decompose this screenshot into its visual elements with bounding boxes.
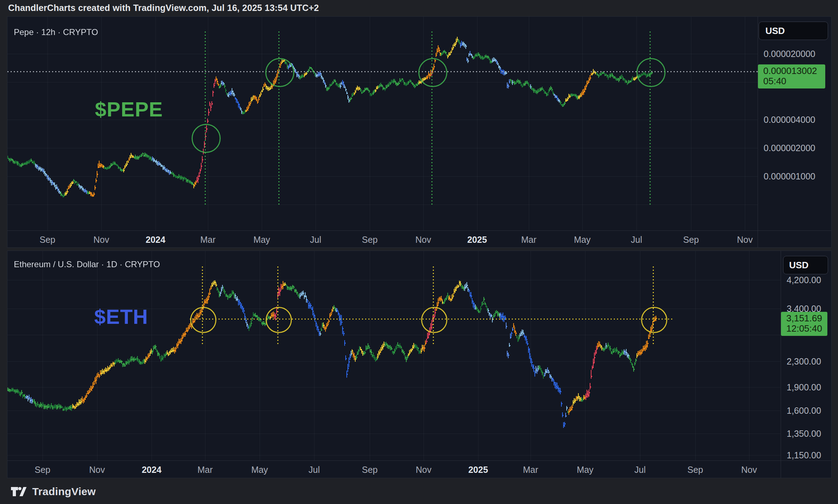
eth-event-vertical-dotted-line[interactable] [277,267,278,345]
eth-time-axis-label: Sep [35,465,50,475]
pepe-time-axis-label: May [574,235,590,245]
eth-time-axis-label: Mar [197,465,213,475]
pepe-bar-countdown: 05:40 [763,76,825,86]
pepe-ticker-label: $PEPE [95,97,163,121]
eth-bar-countdown: 12:05:40 [786,323,827,334]
eth-time-axis-label: Nov [89,465,105,475]
header-title: ChandlerCharts created with TradingView.… [8,3,319,13]
eth-breakout-circle-annotation[interactable] [190,307,216,333]
pepe-time-axis-label: Mar [200,235,215,245]
pepe-last-price-value: 0.000013002 [763,66,825,76]
eth-chart-panel: Ethereum / U.S. Dollar · 1D · CRYPTO $ET… [7,251,832,478]
eth-breakout-circle-annotation[interactable] [266,307,292,333]
tradingview-logo-icon [11,486,27,498]
pepe-price-axis-label: 0.000004000 [764,115,815,125]
eth-event-vertical-dotted-line[interactable] [433,267,434,345]
eth-time-axis-label: Jul [634,465,646,475]
pepe-time-axis-label: 2025 [467,235,487,245]
eth-symbol-title[interactable]: Ethereum / U.S. Dollar · 1D · CRYPTO [14,259,160,269]
eth-price-axis-label: 1,600.00 [787,406,821,416]
pepe-time-axis-label: Nov [415,235,431,245]
eth-price-axis-label: 1,350.00 [787,429,821,439]
eth-price-axis[interactable]: USD 3,151.69 12:05:40 4,200.003,400.002,… [781,251,832,478]
eth-breakout-circle-annotation[interactable] [641,307,667,333]
pepe-event-vertical-dotted-line[interactable] [431,31,432,205]
eth-annotations-overlay [7,251,781,460]
eth-time-axis-label: Sep [362,465,378,475]
pepe-time-axis-label: Nov [737,235,753,245]
pepe-currency-button[interactable]: USD [759,22,828,40]
pepe-chart-panel: Pepe · 12h · CRYPTO $PEPE USD 0.00001300… [7,16,832,248]
eth-last-price-badge: 3,151.69 12:05:40 [781,312,827,336]
pepe-time-axis-label: Nov [94,235,109,245]
tradingview-footer: TradingView [11,483,96,500]
pepe-price-axis[interactable]: USD 0.000013002 05:40 0.0000200000.00000… [758,17,832,247]
eth-ticker-label: $ETH [94,305,148,328]
pepe-time-axis-label: 2024 [146,235,165,245]
pepe-event-vertical-dotted-line[interactable] [278,31,279,205]
eth-time-axis-label: 2024 [142,465,162,475]
pepe-breakout-circle-annotation[interactable] [265,58,294,87]
eth-price-axis-label: 1,150.00 [787,450,821,460]
pepe-price-axis-label: 0.000001000 [764,171,815,182]
eth-time-axis[interactable]: SepNov2024MarMayJulSepNov2025MarMayJulSe… [7,460,831,479]
eth-event-vertical-dotted-line[interactable] [202,267,203,345]
pepe-last-price-badge: 0.000013002 05:40 [758,64,825,88]
pepe-time-axis-label: May [253,235,270,245]
pepe-symbol-title[interactable]: Pepe · 12h · CRYPTO [14,27,98,37]
watermark-header: ChandlerCharts created with TradingView.… [8,3,319,13]
eth-event-vertical-dotted-line[interactable] [653,267,654,345]
eth-time-axis-label: Nov [416,465,431,475]
pepe-annotations-overlay [7,17,758,230]
eth-time-axis-label: 2025 [468,465,488,475]
pepe-price-axis-label: 0.000002000 [764,143,815,153]
eth-price-axis-label: 2,300.00 [787,356,821,367]
eth-time-axis-label: Mar [523,465,538,475]
pepe-event-vertical-dotted-line[interactable] [650,31,651,205]
pepe-breakout-circle-annotation[interactable] [636,58,666,87]
pepe-time-axis-label: Sep [40,235,55,245]
eth-time-axis-label: May [251,465,268,475]
pepe-breakout-circle-annotation[interactable] [192,124,221,153]
pepe-time-axis[interactable]: SepNov2024MarMayJulSepNov2025MarMayJulSe… [7,230,831,248]
tradingview-screenshot: ChandlerCharts created with TradingView.… [0,0,838,504]
eth-time-axis-label: Nov [741,465,757,475]
eth-time-axis-label: May [577,465,593,475]
eth-currency-button[interactable]: USD [783,256,828,274]
pepe-time-axis-label: Jul [631,235,642,245]
eth-breakout-circle-annotation[interactable] [421,307,447,333]
pepe-time-axis-label: Jul [310,235,321,245]
eth-price-axis-label: 4,200.00 [787,275,821,285]
tradingview-brand-text: TradingView [32,486,96,498]
pepe-time-axis-label: Mar [521,235,536,245]
pepe-event-vertical-dotted-line[interactable] [205,31,206,205]
pepe-price-axis-label: 0.000020000 [764,49,815,59]
pepe-breakout-circle-annotation[interactable] [418,58,447,87]
pepe-time-axis-label: Sep [683,235,699,245]
eth-price-axis-label: 1,900.00 [787,382,821,393]
pepe-time-axis-label: Sep [362,235,378,245]
eth-time-axis-label: Jul [308,465,320,475]
eth-last-price-value: 3,151.69 [786,313,827,323]
eth-time-axis-label: Sep [687,465,703,475]
